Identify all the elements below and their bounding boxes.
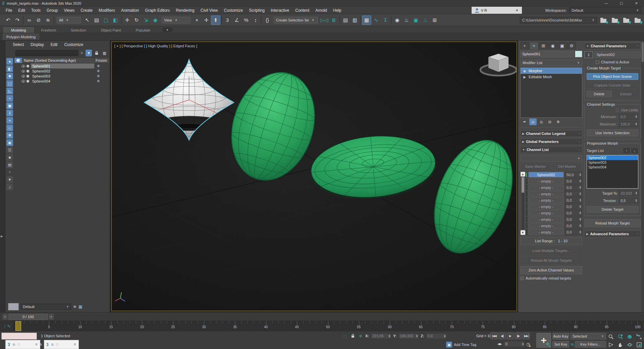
modifier-list-dropdown[interactable]: Modifier List▼ <box>520 59 582 66</box>
search-filter-icon[interactable]: ▼ <box>86 50 92 56</box>
channel-value-spinner[interactable]: 0,0 <box>565 191 582 197</box>
filter-frozen-icon[interactable]: ✻ <box>6 132 13 139</box>
previous-key-button[interactable]: ◀|| <box>498 333 506 339</box>
rollout-global-parameters[interactable]: ▶Global Parameters⁙ <box>520 138 582 145</box>
modify-tab[interactable]: ⌖ <box>530 42 538 49</box>
channel-number-field[interactable]: 1 <box>584 51 593 58</box>
menu-item[interactable]: Views <box>61 7 77 14</box>
column-chooser-icon[interactable]: ▥ <box>101 50 108 56</box>
explorer-menu-item[interactable]: Display <box>31 42 44 47</box>
folder-options-button-2[interactable] <box>611 16 620 24</box>
mxs-debugger-button[interactable]: {} <box>263 15 272 25</box>
menu-item[interactable]: Animation <box>118 7 142 14</box>
toggle-ribbon-button[interactable]: ▦ <box>362 15 371 25</box>
expand-panel-arrow[interactable]: ▶ <box>1 235 3 238</box>
target-list-item[interactable]: Sphere004 <box>587 165 638 169</box>
selection-lock-icon[interactable] <box>350 333 356 339</box>
channel-name-button[interactable]: Sphere002 <box>528 172 564 178</box>
filter-funnel-icon[interactable]: ▼ <box>6 176 13 183</box>
target-list[interactable]: Sphere002Sphere003Sphere004 <box>587 155 638 189</box>
menu-item[interactable]: Tools <box>28 7 44 14</box>
auto-key-button[interactable]: Auto Key <box>552 333 569 340</box>
channel-value-spinner[interactable]: 0,0 <box>565 216 582 222</box>
select-and-manipulate-button[interactable]: ✛ <box>202 15 211 25</box>
orbit-icon[interactable] <box>625 341 634 348</box>
zoom-icon[interactable] <box>606 333 615 340</box>
table-row[interactable]: Sphere003 ✻ <box>14 73 110 79</box>
maximize-button[interactable]: ▢ <box>614 0 629 6</box>
absolute-mode-icon[interactable]: ⊕ <box>358 333 364 339</box>
hierarchy-tab[interactable]: ⊞ <box>539 42 548 49</box>
channel-name-button[interactable]: - empty - <box>528 191 564 197</box>
select-and-link-button[interactable]: ∞ <box>24 15 34 25</box>
percent-snap-button[interactable]: % <box>241 15 251 25</box>
restore-icon[interactable]: ⧉ <box>13 343 15 347</box>
object-name[interactable]: Sphere003 <box>31 73 94 79</box>
sphere003-object[interactable] <box>309 131 438 203</box>
filter-bones-icon[interactable]: ⌖ <box>6 117 13 124</box>
rollout-channel-parameters[interactable]: ▼Channel Parameters⁙ <box>584 43 641 49</box>
schematic-view-button[interactable]: ↧ <box>381 15 390 25</box>
minimum-spinner[interactable]: 0,0 <box>619 114 638 119</box>
move-target-down-button[interactable]: ↓ <box>631 148 638 154</box>
channel-name-button[interactable]: - empty - <box>528 223 564 229</box>
y-coordinate-field[interactable]: 106,303 <box>398 333 419 339</box>
channel-value-spinner[interactable]: 0,0 <box>565 229 582 235</box>
configure-modifier-sets-button[interactable]: ⚙ <box>554 118 562 125</box>
undo-button[interactable]: ↶ <box>3 15 13 25</box>
capture-current-state-button[interactable]: Capture Current State <box>587 82 638 89</box>
clear-search-icon[interactable]: ✕ <box>79 51 84 55</box>
mirror-button[interactable]: ▷◁ <box>320 15 329 25</box>
maximize-viewport-toggle-icon[interactable] <box>635 341 643 348</box>
frozen-toggle-icon[interactable]: ✻ <box>94 69 110 73</box>
zoom-extents-all-icon[interactable] <box>635 333 643 340</box>
move-target-up-button[interactable]: ↑ <box>623 148 630 154</box>
channel-name-button[interactable]: - empty - <box>528 216 564 222</box>
ribbon-tab[interactable]: Modeling <box>3 27 34 33</box>
channel-value-spinner[interactable]: 50,0 <box>565 172 582 178</box>
previous-frame-button[interactable]: < <box>3 314 7 319</box>
next-key-button[interactable]: ||▶ <box>515 333 522 339</box>
delete-target-button[interactable]: Delete Target <box>587 206 638 213</box>
keyboard-shortcut-override-button[interactable]: ⬆ <box>211 15 220 25</box>
toggle-scene-explorer-button[interactable]: ▤ <box>341 15 350 25</box>
auto-reload-checkbox[interactable] <box>520 277 524 280</box>
asset-library-button[interactable]: ⊞ <box>430 15 439 25</box>
delete-channel-button[interactable]: Delete <box>587 91 612 97</box>
make-unique-button[interactable]: ◎ <box>538 118 545 125</box>
rectangular-selection-region-button[interactable]: ▢ <box>101 15 111 25</box>
curve-editor-button[interactable]: ∿ <box>371 15 381 25</box>
object-name[interactable]: Sphere001 <box>31 63 94 68</box>
folder-options-button-3[interactable] <box>623 16 631 24</box>
sphere001-object-selected[interactable]: Z <box>144 59 234 140</box>
selection-filter-dropdown[interactable]: All▼ <box>57 17 81 23</box>
menu-item[interactable]: Arnold <box>312 7 330 14</box>
polygon-modeling-panel[interactable]: Polygon Modeling <box>3 34 39 40</box>
table-row[interactable]: Sphere004 ✻ <box>14 79 110 84</box>
visibility-eye-icon[interactable] <box>21 80 25 83</box>
workspace-dropdown[interactable]: Default▼ <box>569 7 641 13</box>
channel-name-button[interactable]: - empty - <box>528 204 564 209</box>
rollout-advanced-parameters[interactable]: ▶Advanced Parameters⁙ <box>584 231 641 237</box>
channel-value-spinner[interactable]: 0,0 <box>565 197 582 203</box>
channel-name-button[interactable]: - empty - <box>528 229 564 235</box>
motion-tab[interactable]: ◉ <box>548 42 557 49</box>
redo-button[interactable]: ↷ <box>13 15 22 25</box>
table-row[interactable]: Sphere001 ✻ <box>14 63 110 68</box>
filter-config-icon[interactable]: ▼ <box>6 169 13 176</box>
selection-region-icon[interactable]: ⬚ <box>342 333 348 339</box>
unlink-selection-button[interactable]: ⊘ <box>34 15 43 25</box>
restore-icon[interactable]: ⧉ <box>51 343 54 347</box>
key-mode-toggle-icon[interactable]: ⇆ <box>571 342 574 347</box>
floating-window-1[interactable]: 3 ⧉ □ ✕ <box>5 340 40 349</box>
channel-value-spinner[interactable]: 0,0 <box>565 204 582 209</box>
target-percent-spinner[interactable]: 33,333 <box>619 190 638 196</box>
snaps-toggle-button[interactable]: 3 <box>223 15 232 25</box>
time-configuration-icon[interactable]: ◷ <box>526 342 530 347</box>
ribbon-tab[interactable]: Object Paint <box>94 28 128 33</box>
viewport-label[interactable]: [ + ] [ Perspective ] [ High Quality ] [… <box>114 44 197 48</box>
visibility-eye-icon[interactable] <box>21 65 25 67</box>
use-pivot-point-button[interactable]: ⌖ <box>192 15 202 25</box>
scroll-up-icon[interactable]: ▲ <box>521 172 525 177</box>
marker-dropdown[interactable]: ▼ <box>520 155 582 161</box>
